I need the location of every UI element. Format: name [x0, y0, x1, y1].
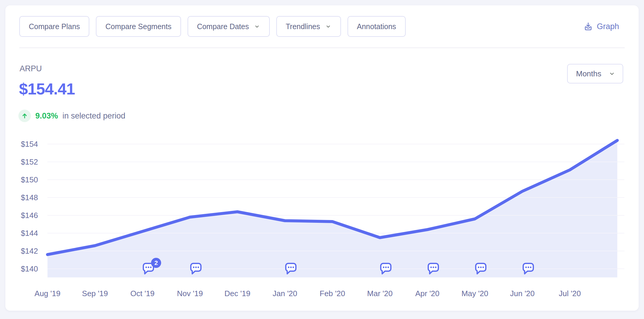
change-suffix: in selected period: [63, 111, 126, 121]
interval-dropdown-value: Months: [576, 69, 601, 78]
divider: [19, 48, 625, 48]
toolbar-button-compare-segments[interactable]: Compare Segments: [96, 16, 181, 37]
toolbar-button-label: Trendlines: [286, 22, 320, 31]
toolbar-button-label: Compare Plans: [29, 22, 80, 31]
download-icon: [583, 22, 593, 31]
metric-change: 9.03% in selected period: [18, 110, 125, 122]
interval-dropdown[interactable]: Months: [567, 64, 623, 83]
annotation-marker-oct-19[interactable]: 2: [141, 261, 156, 275]
annotation-marker-apr-20[interactable]: [426, 261, 440, 275]
toolbar-button-annotations[interactable]: Annotations: [348, 16, 406, 37]
arrow-up-icon: [21, 112, 28, 120]
chevron-down-icon: [608, 70, 616, 77]
export-graph-button[interactable]: Graph: [583, 17, 619, 36]
annotation-comment-icon: [284, 261, 298, 275]
annotation-count-badge: 2: [151, 258, 161, 268]
toolbar: Compare PlansCompare SegmentsCompare Dat…: [19, 17, 406, 36]
chevron-down-icon: [325, 23, 331, 30]
toolbar-button-label: Annotations: [357, 22, 396, 31]
annotation-marker-mar-20[interactable]: [379, 261, 393, 275]
up-arrow-badge: [18, 110, 31, 122]
annotation-marker-nov-19[interactable]: [189, 261, 203, 275]
annotation-comment-icon: [426, 261, 440, 275]
toolbar-button-label: Compare Segments: [105, 22, 171, 31]
chart-card: Compare PlansCompare SegmentsCompare Dat…: [5, 5, 639, 311]
chevron-down-icon: [254, 23, 260, 30]
toolbar-button-trendlines[interactable]: Trendlines: [276, 16, 341, 37]
toolbar-button-compare-dates[interactable]: Compare Dates: [188, 16, 270, 37]
change-percent: 9.03%: [35, 111, 58, 121]
metric-name: ARPU: [20, 64, 42, 73]
annotation-marker-may-20[interactable]: [474, 261, 488, 275]
toolbar-button-label: Compare Dates: [197, 22, 249, 31]
toolbar-button-compare-plans[interactable]: Compare Plans: [19, 16, 89, 37]
annotation-marker-jun-20[interactable]: [521, 261, 535, 275]
annotation-comment-icon: [521, 261, 535, 275]
metric-value: $154.41: [19, 80, 75, 98]
annotation-comment-icon: [474, 261, 488, 275]
annotation-comment-icon: [379, 261, 393, 275]
annotation-marker-jan-20[interactable]: [284, 261, 298, 275]
annotation-comment-icon: [189, 261, 203, 275]
export-graph-label: Graph: [597, 22, 619, 31]
